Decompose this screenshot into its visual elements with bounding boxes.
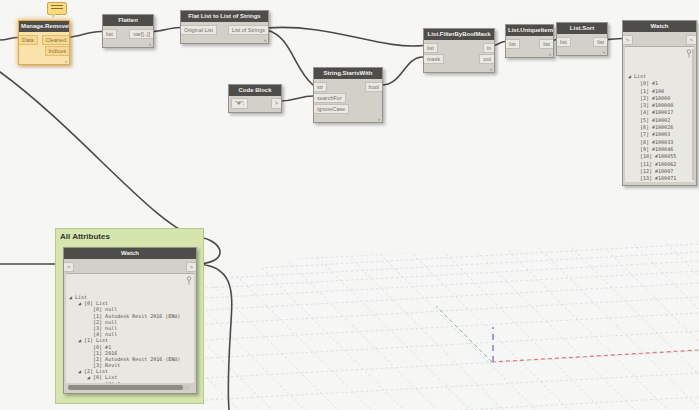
node-watch-attributes[interactable]: Watch > > ◢ List ◢ [0] List [0] null [1]… (63, 247, 197, 394)
port-watch-output[interactable]: > (686, 35, 696, 45)
lacing-indicator[interactable]: › (490, 66, 492, 72)
wire-sort-to-watch[interactable] (606, 39, 622, 40)
group-title[interactable]: All Attributes (56, 229, 203, 243)
node-flatten[interactable]: Flatten list var[]..[] › (102, 14, 154, 48)
port-str-input[interactable]: str (314, 82, 327, 92)
lacing-indicator[interactable]: › (264, 37, 266, 43)
wire-strings-to-str[interactable] (267, 30, 313, 85)
x-axis-line (492, 350, 699, 362)
watch-value-list[interactable]: ◢ List [0] #1 [1] #100 [2] #10000 [3] #1… (625, 46, 694, 182)
port-watch-input[interactable]: > (64, 262, 74, 272)
watch-line: [1] #100 (628, 88, 692, 95)
lacing-indicator[interactable]: › (378, 116, 380, 122)
port-searchfor-input[interactable]: searchFor (314, 93, 346, 103)
grid-line (306, 180, 566, 410)
grid-line (240, 180, 500, 410)
node-title[interactable]: Watch (623, 21, 696, 32)
node-watch-ids[interactable]: Watch > > ◢ List [0] #1 [1] #100 [2] #10… (622, 20, 697, 186)
vertical-scrollbar[interactable] (692, 49, 694, 180)
horizontal-scrollbar[interactable] (68, 385, 190, 390)
port-code-output[interactable]: > (271, 98, 281, 109)
port-watch-output[interactable]: > (186, 262, 196, 272)
node-title[interactable]: Manage.RemoveNulls (19, 21, 69, 32)
3d-axes (436, 306, 699, 362)
port-in-output[interactable]: in (483, 43, 494, 53)
port-out-output[interactable]: out (479, 54, 494, 64)
node-list-uniqueitems[interactable]: List.UniqueItems list list › (505, 24, 554, 58)
watch-line: [13] #100071 (628, 175, 692, 182)
port-indices-output[interactable]: Indices (45, 46, 69, 56)
grid-line (206, 397, 699, 410)
watch-line: [0] 0 (69, 381, 192, 383)
wire-bool-to-mask[interactable] (381, 57, 423, 85)
wire-flatten-to-flatlist[interactable] (152, 28, 180, 32)
grid-line (206, 252, 699, 279)
grid-line (372, 180, 632, 410)
node-title[interactable]: Flat List to List of Strings (181, 11, 268, 22)
balloon-line (51, 8, 63, 9)
scrollbar-thumb[interactable] (68, 385, 183, 390)
watch-line: [1] Autodesk Revit 2016 (ENU) (69, 313, 192, 319)
port-list-output[interactable]: list (539, 39, 553, 49)
y-axis-line (436, 306, 492, 362)
grid-line (206, 261, 699, 288)
grid-line (174, 180, 434, 410)
node-list-filterbyboolmask[interactable]: List.FilterByBoolMask list in mask out › (423, 28, 495, 73)
port-bool-output[interactable]: bool (365, 82, 382, 92)
port-list-input[interactable]: list (103, 29, 117, 39)
node-title[interactable]: List.FilterByBoolMask (424, 29, 494, 40)
wire-into-data[interactable] (0, 38, 18, 41)
watch-line: [2] #10000 (628, 95, 692, 102)
grid-line (206, 283, 699, 310)
port-list-input[interactable]: list (506, 39, 520, 49)
lacing-indicator[interactable]: › (549, 51, 551, 57)
watch-value-list[interactable]: ◢ List ◢ [0] List [0] null [1] Autodesk … (66, 273, 194, 383)
node-title[interactable]: Code Block (229, 85, 281, 96)
code-block-expression[interactable]: "#"; (231, 98, 248, 109)
node-title[interactable]: List.Sort (557, 23, 607, 34)
port-list-input[interactable]: list (424, 43, 438, 53)
grid-line (273, 180, 533, 410)
grid-line (405, 180, 665, 410)
watch-line: [7] #10003 (628, 131, 692, 138)
lacing-indicator[interactable]: › (603, 49, 605, 55)
port-original-list-input[interactable]: Original List (181, 25, 217, 35)
lacing-indicator[interactable]: › (65, 58, 67, 64)
grid-line (206, 373, 699, 400)
dynamo-canvas[interactable]: Manage.RemoveNulls Data Cleaned Indices … (0, 0, 699, 410)
port-var-output[interactable]: var[]..[] (129, 29, 153, 39)
lacing-indicator[interactable]: › (149, 41, 151, 47)
watch-line: [5] #10002 (628, 117, 692, 124)
node-manage-removenulls[interactable]: Manage.RemoveNulls Data Cleaned Indices … (18, 20, 70, 65)
wire-cleaned-to-flatten[interactable] (68, 31, 102, 37)
watch-line: [0] #1 (628, 80, 692, 87)
grid-line (339, 180, 599, 410)
node-title[interactable]: List.UniqueItems (506, 25, 553, 36)
watch-line: [12] #10007 (628, 168, 692, 175)
port-data-input[interactable]: Data (19, 35, 38, 45)
node-title[interactable]: Watch (64, 248, 196, 259)
port-list-input[interactable]: list (557, 37, 571, 47)
grid-line (206, 231, 699, 258)
port-cleaned-output[interactable]: Cleaned (42, 35, 70, 45)
node-title[interactable]: Flatten (103, 15, 153, 26)
node-code-block[interactable]: Code Block "#"; > (228, 84, 282, 113)
wire-code-to-searchfor[interactable] (280, 96, 313, 101)
port-mask-input[interactable]: mask (424, 54, 444, 64)
grid-line (206, 351, 699, 378)
pin-icon[interactable] (186, 276, 192, 285)
port-list-output[interactable]: list (593, 37, 607, 47)
port-watch-input[interactable]: > (623, 35, 633, 45)
port-list-of-strings-output[interactable]: List of Strings (228, 25, 268, 35)
warning-balloon-icon[interactable] (47, 2, 67, 15)
watch-line: [9] #100046 (628, 146, 692, 153)
node-string-startswith[interactable]: String.StartsWith str bool searchFor ign… (313, 67, 383, 123)
wire-strings-to-filter-list[interactable] (267, 27, 423, 46)
group-all-attributes[interactable]: All Attributes Watch > > ◢ List ◢ [0] Li… (55, 228, 204, 404)
watch-line: [8] #100033 (628, 139, 692, 146)
node-flat-list-to-strings[interactable]: Flat List to List of Strings Original Li… (180, 10, 269, 44)
port-ignorecase-input[interactable]: ignoreCase (314, 104, 349, 114)
node-list-sort[interactable]: List.Sort list list › (556, 22, 608, 56)
node-title[interactable]: String.StartsWith (314, 68, 382, 79)
watch-line: [11] #100062 (628, 161, 692, 168)
